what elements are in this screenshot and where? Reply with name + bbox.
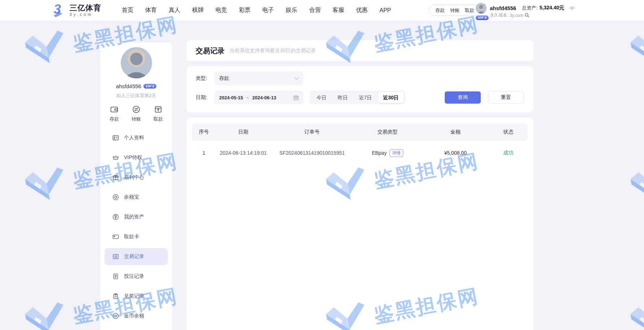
date-start-value: 2024-05-15 — [219, 95, 243, 100]
nav-item-entertainment[interactable]: 娱乐 — [286, 6, 297, 14]
nav-item-lottery[interactable]: 彩票 — [239, 6, 250, 14]
type-filter-label: 类型: — [196, 75, 214, 82]
sidebar-item-assets[interactable]: 我的资产 — [105, 208, 168, 226]
transaction-list-icon — [112, 253, 119, 260]
bet-record-icon — [112, 273, 119, 280]
row-datetime: 2024-06-13 14:19:01 — [216, 150, 271, 156]
eye-icon[interactable] — [569, 6, 575, 10]
bank-card-icon — [112, 234, 119, 240]
sidebar-item-label: 我的资产 — [124, 214, 144, 220]
watermark-logo-icon — [18, 297, 72, 330]
brand-name: 三亿体育 — [70, 4, 101, 12]
domain-value: 3y.com — [510, 13, 523, 18]
type-select[interactable]: 存款 — [214, 72, 303, 85]
row-type: EBpay — [372, 150, 387, 156]
avatar[interactable] — [476, 3, 487, 14]
date-range-input[interactable]: 2024-05-15 ~ 2024-06-13 — [214, 91, 303, 104]
gift-icon — [112, 174, 119, 181]
nav-item-service[interactable]: 客服 — [333, 6, 344, 14]
page-subtitle: 当前系统支持查询最近30日的交易记录 — [230, 48, 316, 54]
quick-action-withdraw[interactable]: 取款 — [154, 105, 163, 122]
nav-item-partner[interactable]: 合营 — [309, 6, 321, 14]
header-withdraw-link[interactable]: 取款 — [465, 7, 474, 14]
col-status: 状态 — [489, 129, 528, 135]
wallet-icon — [110, 105, 118, 113]
quick-action-label: 取款 — [154, 116, 163, 122]
user-block: VIP 0 ahsfd4556 总资产: 5,324.40元 永久域名: 3y.… — [476, 3, 575, 20]
sidebar-item-gold-balance[interactable]: 金币余额 — [105, 307, 168, 325]
quick-action-deposit[interactable]: 存款 — [110, 105, 119, 122]
sidebar-item-profile[interactable]: 个人资料 — [105, 129, 168, 146]
quick-action-label: 转账 — [132, 116, 141, 122]
id-card-icon — [112, 135, 119, 141]
redeem-record-icon — [112, 293, 119, 299]
watermark-logo-icon — [624, 162, 644, 211]
sidebar-item-vip[interactable]: VIP特权 — [105, 149, 168, 166]
type-select-value: 存款 — [219, 75, 229, 82]
detail-button[interactable]: 详情 — [390, 149, 403, 157]
header-transfer-link[interactable]: 转账 — [450, 7, 459, 14]
join-days-text: 加入三亿体育第2天 — [116, 92, 156, 99]
sidebar-item-yuebao[interactable]: 余额宝 — [105, 189, 168, 206]
header-deposit-link[interactable]: 存款 — [435, 7, 445, 14]
sidebar-item-withdraw-card[interactable]: 取款卡 — [105, 228, 168, 245]
search-icon[interactable] — [525, 13, 529, 18]
table-header: 序号 日期 订单号 交易类型 金额 状态 — [192, 123, 528, 141]
chevron-down-icon — [294, 77, 299, 80]
col-index: 序号 — [192, 129, 216, 135]
nav-item-app[interactable]: APP — [379, 7, 391, 14]
nav-item-chess[interactable]: 棋牌 — [192, 6, 204, 14]
range-yesterday[interactable]: 昨日 — [333, 92, 353, 103]
date-quick-ranges: 今日 昨日 近7日 近30日 — [310, 91, 405, 104]
avatar[interactable] — [121, 47, 152, 78]
watermark-logo-icon — [18, 25, 72, 74]
brand-mark-icon: 3 — [53, 3, 66, 18]
date-filter-label: 日期: — [196, 94, 214, 101]
withdraw-icon — [154, 105, 162, 113]
user-avatar-wrap: VIP 0 — [476, 3, 487, 20]
brand-domain: 3y.com — [70, 13, 101, 17]
sidebar-item-label: 交易记录 — [124, 253, 144, 260]
sidebar-item-label: 福利中心 — [124, 174, 144, 181]
sidebar-menu: 个人资料 VIP特权 福利中心 余额宝 我的资产 取款卡 — [100, 129, 172, 327]
filter-panel: 类型: 存款 日期: 2024-05-15 ~ 2024-06-13 今日 昨日… — [186, 66, 533, 112]
nav-item-esports[interactable]: 电竞 — [216, 6, 227, 14]
reset-button[interactable]: 重置 — [488, 91, 524, 104]
wallet-quick-pill: 存款 转账 取款 — [429, 5, 481, 16]
nav-item-promo[interactable]: 优惠 — [356, 6, 368, 14]
gold-coin-icon — [112, 313, 119, 319]
row-status: 成功 — [489, 150, 528, 156]
row-order-no: SF202406131419010015951 — [271, 150, 353, 156]
calendar-icon[interactable] — [293, 95, 299, 100]
range-30days[interactable]: 近30日 — [378, 92, 404, 103]
date-end-value: 2024-06-13 — [252, 95, 276, 100]
sidebar-item-label: 个人资料 — [124, 135, 144, 141]
notification-dot — [484, 3, 487, 5]
range-7days[interactable]: 近7日 — [354, 92, 377, 103]
sidebar-item-welfare[interactable]: 福利中心 — [105, 169, 168, 186]
sidebar-item-transactions[interactable]: 交易记录 — [105, 248, 168, 265]
avatar-silhouette-icon — [121, 47, 152, 78]
nav-item-slots[interactable]: 电子 — [262, 6, 274, 14]
sidebar-item-label: VIP特权 — [124, 154, 142, 161]
brand-logo[interactable]: 3 三亿体育 3y.com — [53, 3, 101, 18]
nav-item-home[interactable]: 首页 — [122, 6, 133, 14]
nav-item-sports[interactable]: 体育 — [145, 6, 157, 14]
sidebar-item-bet-records[interactable]: 投注记录 — [105, 268, 168, 285]
quick-action-label: 存款 — [110, 116, 119, 122]
username: ahsfd4556 — [490, 5, 516, 11]
vip-badge: VIP 0 — [143, 84, 156, 89]
watermark-logo-icon — [624, 25, 644, 74]
watermark: 鉴黑担保网 — [624, 275, 644, 330]
watermark-logo-icon — [624, 297, 644, 330]
col-order-no: 订单号 — [271, 129, 353, 135]
quick-action-transfer[interactable]: 转账 — [132, 105, 141, 122]
sidebar-item-label: 投注记录 — [124, 273, 144, 280]
nav-item-live[interactable]: 真人 — [169, 6, 180, 14]
transactions-table-card: 序号 日期 订单号 交易类型 金额 状态 1 2024-06-13 14:19:… — [186, 118, 533, 330]
domain-label: 永久域名: — [490, 12, 508, 18]
sidebar-item-redeem-records[interactable]: 兑奖记录 — [105, 288, 168, 305]
sidebar-item-label: 取款卡 — [124, 234, 139, 240]
range-today[interactable]: 今日 — [311, 92, 332, 103]
search-button[interactable]: 查询 — [445, 91, 481, 104]
